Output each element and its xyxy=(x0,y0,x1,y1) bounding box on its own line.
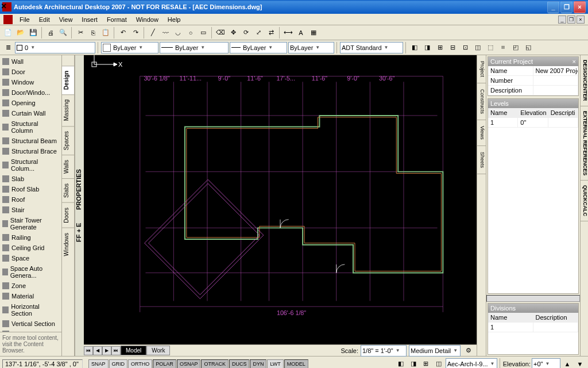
tool-i[interactable]: ◰ xyxy=(510,42,521,53)
cut-button[interactable]: ✂ xyxy=(75,27,86,39)
palette-item[interactable]: Stair Tower Generate xyxy=(1,215,60,232)
minimize-button[interactable]: _ xyxy=(547,1,559,13)
views-tab[interactable]: Views xyxy=(477,120,486,146)
palette-tab-doors[interactable]: Doors xyxy=(62,202,74,228)
lineweight-combo[interactable]: ByLayer ▼ xyxy=(230,42,287,53)
polyline-button[interactable]: 〰 xyxy=(160,27,171,39)
project-tab[interactable]: Project xyxy=(477,55,486,83)
paste-button[interactable]: 📋 xyxy=(100,27,111,39)
aec-style-combo[interactable]: Aec-Arch-I-9...▼ xyxy=(446,358,497,369)
tool-g[interactable]: ⬚ xyxy=(485,42,496,53)
palette-item[interactable]: Roof xyxy=(1,194,60,205)
division-row[interactable]: 1 xyxy=(488,323,578,332)
scale-combo[interactable]: 1/8" = 1'-0"▼ xyxy=(361,345,407,356)
tool-b[interactable]: ◨ xyxy=(421,42,433,53)
palette-item[interactable]: Wall xyxy=(1,56,60,67)
tool-d[interactable]: ⊟ xyxy=(447,42,458,53)
project-prop-row[interactable]: Number xyxy=(488,76,578,86)
tool-f[interactable]: ◫ xyxy=(472,42,483,53)
move-button[interactable]: ✥ xyxy=(227,27,239,39)
elev-down-button[interactable]: ▼ xyxy=(574,358,586,369)
palette-item[interactable]: Roof Slab xyxy=(1,184,60,194)
aec-tool-b[interactable]: ◨ xyxy=(408,358,419,369)
hatch-button[interactable]: ▦ xyxy=(308,27,319,39)
drawing-canvas[interactable]: 30'-6 1/8" 11'-11... 9'-0" 11'-6" 17'-5.… xyxy=(84,55,477,344)
status-toggle-model[interactable]: MODEL xyxy=(284,359,308,369)
designcenter-tab[interactable]: DESIGNCENTER xyxy=(581,55,588,106)
properties-palette-bar[interactable]: FF + E PROPERTIES xyxy=(75,55,84,356)
palette-item[interactable]: Ceiling Grid xyxy=(1,243,60,253)
menu-file[interactable]: File xyxy=(15,15,34,24)
palette-tab-spaces[interactable]: Spaces xyxy=(62,126,74,155)
project-prop-row[interactable]: Description xyxy=(488,86,578,95)
palette-item[interactable]: Structural Beam xyxy=(1,136,60,146)
circle-button[interactable]: ○ xyxy=(185,27,196,39)
dimension-button[interactable]: ⟷ xyxy=(283,27,294,39)
new-button[interactable]: 📄 xyxy=(2,27,14,39)
menu-view[interactable]: View xyxy=(55,15,78,24)
xref-tab[interactable]: EXTERNAL REFERENCES xyxy=(581,106,588,181)
print-button[interactable]: 🖨 xyxy=(45,27,56,39)
aec-tool-a[interactable]: ◧ xyxy=(395,358,407,369)
palette-item[interactable]: Structural Brace xyxy=(1,146,60,156)
constructs-tab[interactable]: Constructs xyxy=(477,83,486,120)
palette-item[interactable]: Stair xyxy=(1,205,60,215)
palette-tab-design[interactable]: Design xyxy=(62,66,74,94)
rotate-button[interactable]: ⟳ xyxy=(240,27,252,39)
palette-tab-windows[interactable]: Windows xyxy=(62,228,74,261)
menu-help[interactable]: Help xyxy=(163,15,185,24)
save-button[interactable]: 💾 xyxy=(28,27,39,39)
palette-item[interactable]: Structural Colum... xyxy=(1,156,60,174)
close-button[interactable]: × xyxy=(574,1,586,13)
status-toggle-polar[interactable]: POLAR xyxy=(153,359,176,369)
tool-e[interactable]: ⊡ xyxy=(459,42,471,53)
elev-up-button[interactable]: ▲ xyxy=(562,358,573,369)
palette-item[interactable]: Railing xyxy=(1,232,60,243)
mdi-restore-button[interactable]: ❐ xyxy=(567,16,575,24)
open-button[interactable]: 📂 xyxy=(15,27,26,39)
redo-button[interactable]: ↷ xyxy=(130,27,141,39)
mdi-close-button[interactable]: × xyxy=(577,16,585,24)
preview-button[interactable]: 🔍 xyxy=(57,27,69,39)
palette-item[interactable]: Zone xyxy=(1,281,60,291)
palette-close-icon[interactable]: × xyxy=(1,1,6,12)
palette-item[interactable]: Door/Windo... xyxy=(1,87,60,98)
menu-insert[interactable]: Insert xyxy=(77,15,102,24)
palette-tab-massing[interactable]: Massing xyxy=(62,94,74,125)
palette-tab-walls[interactable]: Walls xyxy=(62,155,74,178)
menu-format[interactable]: Format xyxy=(102,15,131,24)
menu-edit[interactable]: Edit xyxy=(34,15,55,24)
sheets-tab[interactable]: Sheets xyxy=(477,146,486,174)
status-toggle-ducs[interactable]: DUCS xyxy=(229,359,250,369)
palette-item[interactable]: Opening xyxy=(1,98,60,108)
rect-button[interactable]: ▭ xyxy=(198,27,209,39)
arc-button[interactable]: ◡ xyxy=(172,27,184,39)
tab-next-button[interactable]: ▶ xyxy=(102,346,111,355)
plotstyle-combo[interactable]: ByLayer ▼ xyxy=(288,42,334,53)
status-toggle-grid[interactable]: GRID xyxy=(109,359,128,369)
status-toggle-otrack[interactable]: OTRACK xyxy=(201,359,229,369)
status-toggle-ortho[interactable]: ORTHO xyxy=(128,359,152,369)
status-toggle-snap[interactable]: SNAP xyxy=(88,359,109,369)
line-button[interactable]: ╱ xyxy=(147,27,158,39)
palette-item[interactable]: Slab xyxy=(1,174,60,184)
color-combo[interactable]: ByLayer ▼ xyxy=(101,42,158,53)
status-toggle-lwt[interactable]: LWT xyxy=(267,359,283,369)
hscroll[interactable] xyxy=(486,295,580,302)
detail-combo[interactable]: Medium Detail▼ xyxy=(409,345,461,356)
undo-button[interactable]: ↶ xyxy=(117,27,129,39)
palette-item[interactable]: Curtain Wall xyxy=(1,108,60,118)
tool-a[interactable]: ◧ xyxy=(409,42,420,53)
linetype-combo[interactable]: ByLayer ▼ xyxy=(160,42,229,53)
aec-tool-d[interactable]: ◫ xyxy=(433,358,444,369)
level-row[interactable]: 1 0" xyxy=(488,118,578,128)
dimstyle-combo[interactable]: ADT Standard ▼ xyxy=(340,42,403,53)
layer-combo[interactable]: 0 ▼ xyxy=(15,42,95,53)
panel-close-icon[interactable]: × xyxy=(572,58,576,65)
palette-item[interactable]: Space Auto Genera... xyxy=(1,263,60,281)
palette-item[interactable]: Structural Column xyxy=(1,118,60,136)
tab-first-button[interactable]: ⏮ xyxy=(84,346,93,355)
tab-last-button[interactable]: ⏭ xyxy=(111,346,121,355)
work-tab[interactable]: Work xyxy=(146,346,170,355)
text-button[interactable]: A xyxy=(295,27,307,39)
